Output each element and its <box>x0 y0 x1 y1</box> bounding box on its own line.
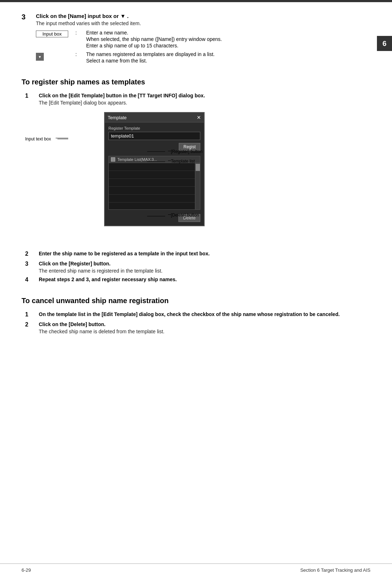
sub-step-4-title: Repeat steps 2 and 3, and register neces… <box>39 277 370 282</box>
sub-step-4-content: Repeat steps 2 and 3, and register neces… <box>39 277 370 284</box>
input-box-desc-2: When selected, the ship name ([Name]) en… <box>86 36 222 42</box>
cancel-step-1-number: 1 <box>25 311 39 318</box>
list-row-6 <box>109 203 200 210</box>
step-3-row: 3 Click on the [Name] input box or ▼ . T… <box>22 13 370 68</box>
edit-template-dialog: Template ✕ Register Template Regist Temp… <box>104 112 205 226</box>
sub-step-3-number: 3 <box>25 261 39 267</box>
annotation-template-list: Template list <box>171 159 195 164</box>
dialog-wrapper: Template ✕ Register Template Regist Temp… <box>68 112 169 226</box>
dialog-title: Template <box>108 115 127 120</box>
cancel-step-2-desc: The checked ship name is deleted from th… <box>39 329 370 334</box>
annotation-line-register <box>168 151 171 151</box>
annotation-register-button: [Register] button <box>171 149 202 154</box>
page-footer: 6-29 Section 6 Target Tracking and AIS <box>0 563 392 573</box>
colon-2: : <box>75 51 80 57</box>
dialog-annotation-area: Template ✕ Register Template Regist Temp… <box>25 108 241 245</box>
annotation-input-text-box: Input text box <box>25 136 51 141</box>
sub-step-3-content: Click on the [Register] button. The ente… <box>39 261 370 274</box>
annotation-line-input <box>56 138 68 138</box>
sub-step-3-desc: The entered ship name is registered in t… <box>39 268 370 274</box>
input-box-desc-3: Enter a ship name of up to 15 characters… <box>86 43 222 48</box>
list-row-1 <box>109 163 200 171</box>
list-row-4 <box>109 187 200 195</box>
list-row-3 <box>109 179 200 187</box>
footer-page-num: 6-29 <box>22 567 31 573</box>
dropdown-desc-2: Select a name from the list. <box>86 58 215 64</box>
input-box-row: Input box : Enter a new name. When selec… <box>36 30 370 49</box>
dropdown-arrow-icon <box>36 53 44 61</box>
section-badge: 6 <box>377 36 392 51</box>
dialog-titlebar: Template ✕ <box>105 113 204 122</box>
dropdown-desc-1: The names registered as templates are di… <box>86 51 215 57</box>
annotation-delete-button: [Delete] button <box>171 213 199 218</box>
input-box-desc: Enter a new name. When selected, the shi… <box>86 30 222 49</box>
sub-step-2-content: Enter the ship name to be registered as … <box>39 251 370 258</box>
list-row-5 <box>109 195 200 203</box>
list-checkbox[interactable] <box>111 157 115 162</box>
sub-step-2-row: 2 Enter the ship name to be registered a… <box>25 251 370 258</box>
dropdown-row: : The names registered as templates are … <box>36 51 370 64</box>
dropdown-desc: The names registered as templates are di… <box>86 51 215 64</box>
cancel-section-header: To cancel unwanted ship name registratio… <box>22 297 370 305</box>
input-method-table: Input box : Enter a new name. When selec… <box>36 30 370 64</box>
sub-step-1-number: 1 <box>25 93 39 99</box>
sub-step-1-title: Click on the [Edit Template] button in t… <box>39 93 370 98</box>
input-box-label: Input box <box>36 31 68 37</box>
cancel-step-2-content: Click on the [Delete] button. The checke… <box>39 321 370 334</box>
page-content: 6 3 Click on the [Name] input box or ▼ .… <box>0 2 392 359</box>
register-template-label: Register Template <box>108 126 200 130</box>
cancel-step-2-row: 2 Click on the [Delete] button. The chec… <box>25 321 370 334</box>
footer-section-text: Section 6 Target Tracking and AIS <box>300 567 370 573</box>
cancel-step-1-content: On the template list in the [Edit Templa… <box>39 311 370 319</box>
sub-step-1-row: 1 Click on the [Edit Template] button in… <box>25 93 370 106</box>
template-list-area <box>108 163 200 210</box>
sub-step-4-row: 4 Repeat steps 2 and 3, and register nec… <box>25 277 370 284</box>
cancel-step-2-title: Click on the [Delete] button. <box>39 321 370 327</box>
step-3-content: Click on the [Name] input box or ▼ . The… <box>36 13 370 68</box>
list-row-2 <box>109 171 200 179</box>
step-3-desc: The input method varies with the selecte… <box>36 20 370 26</box>
step-3-title: Click on the [Name] input box or ▼ . <box>36 13 370 19</box>
register-section-header: To register ship names as templates <box>22 78 370 86</box>
input-box-desc-1: Enter a new name. <box>86 30 222 36</box>
sub-step-1-desc: The [Edit Template] dialog box appears. <box>39 100 370 106</box>
sub-step-3-title: Click on the [Register] button. <box>39 261 370 266</box>
cancel-step-1-row: 1 On the template list in the [Edit Temp… <box>25 311 370 319</box>
sub-step-3-row: 3 Click on the [Register] button. The en… <box>25 261 370 274</box>
scrollbar[interactable] <box>195 163 200 209</box>
sub-step-1-content: Click on the [Edit Template] button in t… <box>39 93 370 106</box>
sub-step-2-title: Enter the ship name to be registered as … <box>39 251 370 256</box>
scrollbar-thumb <box>196 164 200 171</box>
cancel-step-2-number: 2 <box>25 321 39 328</box>
close-icon[interactable]: ✕ <box>197 115 201 120</box>
colon-1: : <box>75 30 80 36</box>
template-list-label: Template List(MAX:3... <box>117 157 157 162</box>
template-input[interactable] <box>108 132 200 140</box>
annotation-line-delete <box>168 214 171 215</box>
annotation-line-list <box>168 161 171 161</box>
dialog-body: Register Template Regist Template List(M… <box>105 122 204 226</box>
step-3-number: 3 <box>22 13 36 21</box>
sub-step-4-number: 4 <box>25 277 39 283</box>
sub-step-2-number: 2 <box>25 251 39 257</box>
cancel-step-1-title: On the template list in the [Edit Templa… <box>39 311 370 317</box>
